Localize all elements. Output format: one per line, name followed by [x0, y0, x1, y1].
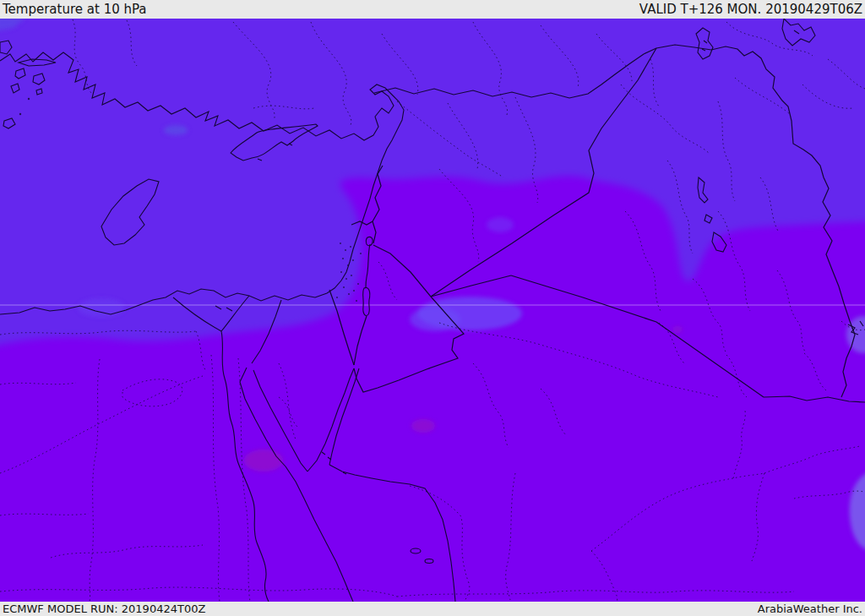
footer-bar: ECMWF MODEL RUN: 20190424T00Z ArabiaWeat…: [0, 602, 865, 616]
map-title: Temperature at 10 hPa: [3, 2, 147, 17]
weather-map-screen: Temperature at 10 hPa VALID T+126 MON. 2…: [0, 0, 865, 616]
warm-patch-south-iraq: [672, 326, 683, 333]
cold-patch-syria-desert: [487, 217, 514, 232]
valid-time-label: VALID T+126 MON. 20190429T06Z: [639, 2, 862, 17]
temperature-map: [0, 19, 865, 602]
attribution-label: ArabiaWeather Inc.: [758, 602, 862, 615]
warm-patch-nw-saudi: [411, 419, 435, 433]
warm-patch-upper-egypt: [244, 450, 283, 472]
cold-patch-north-saudi-2: [410, 308, 460, 331]
model-run-label: ECMWF MODEL RUN: 20190424T00Z: [3, 602, 205, 615]
header-bar: Temperature at 10 hPa VALID T+126 MON. 2…: [0, 0, 865, 19]
cold-patch-antalya: [164, 125, 188, 135]
